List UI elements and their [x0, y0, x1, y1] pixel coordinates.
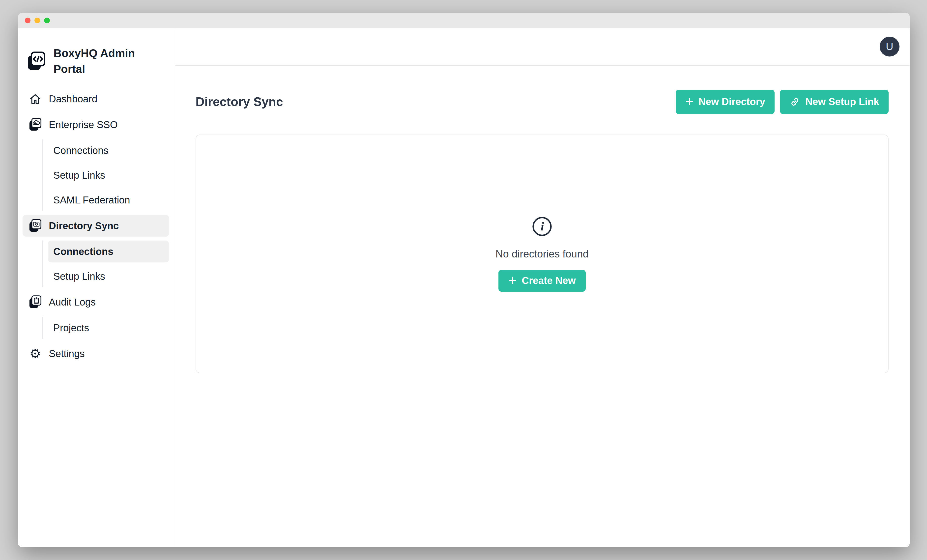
zoom-button[interactable] [44, 18, 50, 23]
sidebar-item-enterprise-sso[interactable]: Enterprise SSO [23, 114, 169, 135]
main-area: U Directory Sync + New Directory [175, 28, 910, 547]
sidebar-item-label: Directory Sync [49, 220, 119, 231]
audit-clipboard-icon [28, 295, 43, 309]
avatar-initial: U [886, 41, 893, 53]
directory-sync-submenu: Connections Setup Links [42, 241, 169, 287]
sidebar-item-audit-logs[interactable]: Audit Logs [23, 291, 169, 313]
minimize-button[interactable] [35, 18, 40, 23]
sidebar-item-directory-sync[interactable]: Directory Sync [23, 215, 169, 237]
link-icon [789, 96, 800, 107]
page-title: Directory Sync [196, 95, 283, 109]
page-content: Directory Sync + New Directory [175, 66, 910, 373]
sidebar-item-projects[interactable]: Projects [43, 317, 169, 339]
svg-text:i: i [541, 220, 544, 233]
sso-cloud-key-icon [28, 118, 43, 132]
app-title: BoxyHQ Admin Portal [53, 46, 140, 77]
sidebar-item-sso-connections[interactable]: Connections [43, 140, 169, 161]
window-body: BoxyHQ Admin Portal Dashboard [18, 28, 910, 547]
sidebar-item-saml-federation[interactable]: SAML Federation [43, 189, 169, 211]
sidebar-item-dashboard[interactable]: Dashboard [23, 88, 169, 110]
directories-empty-card: i No directories found + Create New [196, 135, 889, 373]
gear-icon: ⚙ [28, 347, 43, 360]
sidebar-item-label: Audit Logs [49, 297, 96, 308]
boxyhq-logo-icon [27, 51, 45, 71]
info-icon: i [532, 216, 552, 237]
sidebar-item-sso-setup-links[interactable]: Setup Links [43, 164, 169, 186]
sidebar-item-settings[interactable]: ⚙ Settings [23, 343, 169, 364]
empty-state-message: No directories found [495, 248, 589, 260]
sidebar-item-dsync-connections[interactable]: Connections [48, 241, 169, 263]
sidebar: BoxyHQ Admin Portal Dashboard [18, 28, 175, 547]
sidebar-item-label: Enterprise SSO [49, 119, 118, 131]
enterprise-sso-submenu: Connections Setup Links SAML Federation [42, 140, 169, 211]
top-header: U [175, 28, 910, 66]
desktop: BoxyHQ Admin Portal Dashboard [0, 0, 927, 560]
page-header: Directory Sync + New Directory [196, 86, 889, 117]
close-button[interactable] [25, 18, 30, 23]
page-actions: + New Directory [676, 90, 889, 114]
sidebar-menu: Dashboard Enterprise SSO [23, 88, 169, 364]
user-avatar[interactable]: U [880, 37, 900, 56]
window-titlebar [18, 13, 910, 28]
sidebar-item-dsync-setup-links[interactable]: Setup Links [43, 266, 169, 287]
sidebar-item-label: Settings [49, 348, 85, 359]
app-logo[interactable]: BoxyHQ Admin Portal [27, 46, 169, 77]
audit-logs-submenu: Projects [42, 317, 169, 339]
create-new-button[interactable]: + Create New [498, 270, 586, 291]
app-window: BoxyHQ Admin Portal Dashboard [18, 13, 910, 547]
new-setup-link-button[interactable]: New Setup Link [780, 90, 889, 114]
sidebar-item-label: Dashboard [49, 93, 97, 105]
directory-folder-sync-icon [28, 219, 43, 233]
home-icon [28, 92, 43, 106]
new-directory-button[interactable]: + New Directory [676, 90, 775, 114]
